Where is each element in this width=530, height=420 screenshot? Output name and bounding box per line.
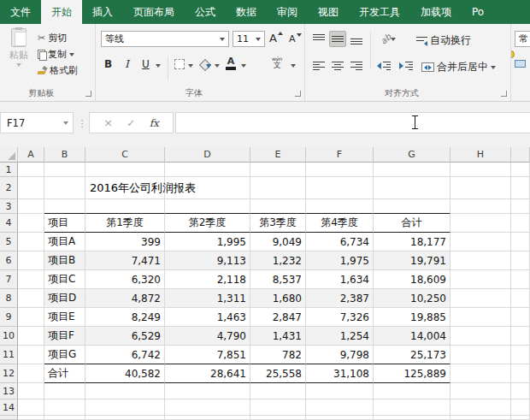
- align-center-button[interactable]: [329, 57, 346, 74]
- cell-C8[interactable]: 4,872: [85, 289, 165, 308]
- cell-A14[interactable]: [18, 399, 44, 416]
- cell-EX[interactable]: [250, 416, 306, 420]
- copy-button[interactable]: 复制: [38, 48, 74, 61]
- borders-button[interactable]: [174, 59, 185, 69]
- insert-function-icon[interactable]: fx: [150, 117, 159, 129]
- cell-X12[interactable]: [511, 364, 530, 383]
- enter-icon[interactable]: ✓: [127, 117, 135, 129]
- cell-DX[interactable]: [165, 416, 250, 420]
- cell-F8[interactable]: 2,387: [306, 289, 374, 308]
- cell-C7[interactable]: 6,320: [85, 270, 165, 289]
- tab-insert[interactable]: 插入: [82, 0, 123, 24]
- row-header-2[interactable]: 2: [0, 177, 18, 199]
- cell-X9[interactable]: [511, 308, 530, 327]
- cell-B14[interactable]: [44, 399, 85, 416]
- cell-A7[interactable]: [18, 270, 44, 289]
- cell-D14[interactable]: [165, 399, 250, 416]
- row-header-1[interactable]: 1: [0, 163, 18, 177]
- cell-E14[interactable]: [250, 399, 306, 416]
- row-header-10[interactable]: 10: [0, 327, 18, 346]
- row-header-13[interactable]: 13: [0, 383, 18, 399]
- cell-B5[interactable]: 项目A: [44, 233, 85, 251]
- cell-G4[interactable]: 合计: [374, 214, 450, 233]
- cell-A12[interactable]: [18, 364, 44, 383]
- cell-H3[interactable]: [450, 199, 511, 214]
- name-box[interactable]: F17: [0, 112, 74, 133]
- increase-indent-button[interactable]: [396, 57, 416, 74]
- cell-G13[interactable]: [374, 383, 450, 399]
- cell-B7[interactable]: 项目C: [44, 270, 85, 289]
- cell-A8[interactable]: [18, 289, 44, 308]
- cell-G8[interactable]: 10,250: [374, 289, 450, 308]
- tab-file[interactable]: 文件: [0, 0, 41, 24]
- tab-developer[interactable]: 开发工具: [349, 0, 410, 24]
- borders-dropdown-icon[interactable]: [188, 64, 193, 68]
- font-color-button[interactable]: A: [226, 56, 236, 70]
- cell-A1[interactable]: [18, 163, 44, 177]
- cell-C5[interactable]: 399: [85, 233, 165, 251]
- cell-X13[interactable]: [511, 383, 530, 399]
- cell-C6[interactable]: 7,471: [85, 251, 165, 270]
- cell-E9[interactable]: 2,847: [250, 308, 306, 327]
- cell-FX[interactable]: [306, 416, 374, 420]
- font-color-dropdown-icon[interactable]: [241, 64, 246, 68]
- fill-color-dropdown-icon[interactable]: [215, 64, 220, 68]
- cell-CX[interactable]: [85, 416, 165, 420]
- col-header-A[interactable]: A: [18, 147, 44, 163]
- tab-view[interactable]: 视图: [308, 0, 349, 24]
- formula-input[interactable]: [175, 112, 530, 133]
- cell-A6[interactable]: [18, 251, 44, 270]
- cell-D9[interactable]: 1,463: [165, 308, 250, 327]
- cell-B12[interactable]: 合计: [44, 364, 85, 383]
- cell-X11[interactable]: [511, 346, 530, 364]
- cell-C12[interactable]: 40,582: [85, 364, 165, 383]
- align-bottom-button[interactable]: [348, 31, 365, 47]
- row-header-14[interactable]: 14: [0, 399, 18, 416]
- cell-X3[interactable]: [511, 199, 530, 214]
- decrease-indent-button[interactable]: [374, 57, 394, 74]
- col-header-G[interactable]: G: [374, 147, 450, 163]
- cell-E10[interactable]: 1,431: [250, 327, 306, 346]
- cell-E6[interactable]: 1,232: [250, 251, 306, 270]
- cell-G1[interactable]: [374, 163, 450, 177]
- cell-B8[interactable]: 项目D: [44, 289, 85, 308]
- row-header-12[interactable]: 12: [0, 364, 18, 383]
- font-dialog-launcher[interactable]: [295, 91, 301, 97]
- tab-add-ins[interactable]: 加载项: [410, 0, 462, 24]
- cell-H9[interactable]: [450, 308, 511, 327]
- cell-X2[interactable]: [511, 177, 530, 199]
- cell-A5[interactable]: [18, 233, 44, 251]
- cell-X8[interactable]: [511, 289, 530, 308]
- cell-X6[interactable]: [511, 251, 530, 270]
- cell-H5[interactable]: [450, 233, 511, 251]
- cell-F11[interactable]: 9,798: [306, 346, 374, 364]
- row-header-cut[interactable]: [0, 416, 18, 420]
- col-header-D[interactable]: D: [165, 147, 250, 163]
- cell-E7[interactable]: 8,537: [250, 270, 306, 289]
- cell-G10[interactable]: 14,004: [374, 327, 450, 346]
- cell-F1[interactable]: [306, 163, 374, 177]
- cell-C4[interactable]: 第1季度: [85, 214, 165, 233]
- merge-center-button[interactable]: 合并后居中: [421, 60, 496, 74]
- cell-XX[interactable]: [511, 416, 530, 420]
- cell-GX[interactable]: [374, 416, 450, 420]
- cell-A10[interactable]: [18, 327, 44, 346]
- cell-H12[interactable]: [450, 364, 511, 383]
- orientation-button[interactable]: ab: [377, 31, 399, 47]
- cell-E8[interactable]: 1,680: [250, 289, 306, 308]
- cancel-icon[interactable]: ×: [103, 116, 113, 129]
- cell-A9[interactable]: [18, 308, 44, 327]
- cell-A3[interactable]: [18, 199, 44, 214]
- cell-D12[interactable]: 28,641: [165, 364, 250, 383]
- cell-F4[interactable]: 第4季度: [306, 214, 374, 233]
- cell-D3[interactable]: [165, 199, 250, 214]
- tab-data[interactable]: 数据: [226, 0, 267, 24]
- col-header-F[interactable]: F: [306, 147, 374, 163]
- cell-F2[interactable]: [306, 177, 374, 199]
- cell-B6[interactable]: 项目B: [44, 251, 85, 270]
- cell-X5[interactable]: [511, 233, 530, 251]
- cell-X7[interactable]: [511, 270, 530, 289]
- cell-X1[interactable]: [511, 163, 530, 177]
- bold-button[interactable]: B: [104, 58, 112, 70]
- col-header-B[interactable]: B: [44, 147, 85, 163]
